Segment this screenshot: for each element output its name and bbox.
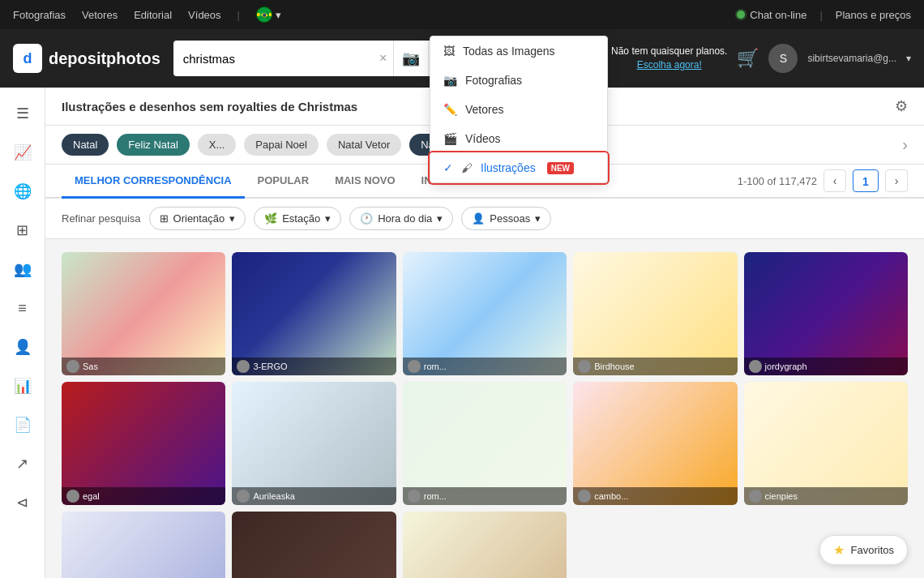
image-card[interactable]: rom... bbox=[403, 382, 567, 505]
tag-x[interactable]: X... bbox=[198, 134, 237, 156]
sidebar: ☰ 📈 🌐 ⊞ 👥 ≡ 👤 📊 📄 ↗ ⊲ bbox=[0, 88, 45, 578]
chevron-down-icon: ▾ bbox=[437, 212, 443, 225]
filter-hora[interactable]: 🕐 Hora do dia ▾ bbox=[349, 207, 453, 230]
image-author-label: rom... bbox=[403, 487, 567, 505]
no-plans-message: Não tem quaisquer planos. Escolha agora! bbox=[611, 45, 727, 72]
image-card[interactable]: cienpies bbox=[744, 382, 908, 505]
sidebar-item-crop[interactable]: ⊞ bbox=[6, 214, 39, 246]
filter-estacao[interactable]: 🌿 Estação ▾ bbox=[254, 207, 341, 230]
filter-pessoas[interactable]: 👤 Pessoas ▾ bbox=[461, 207, 551, 230]
author-name: cambo... bbox=[594, 491, 628, 501]
author-name: rom... bbox=[424, 491, 447, 501]
check-icon: ✓ bbox=[443, 161, 453, 174]
camera-search-icon[interactable]: 📷 bbox=[393, 41, 428, 76]
tab-melhor-correspondencia[interactable]: MELHOR CORRESPONDÊNCIA bbox=[62, 165, 245, 199]
nav-fotografias[interactable]: Fotografias bbox=[13, 9, 66, 21]
nav-videos[interactable]: Vídeos bbox=[188, 9, 220, 21]
pessoas-label: Pessoas bbox=[490, 212, 530, 225]
no-plans-line2[interactable]: Escolha agora! bbox=[611, 58, 727, 72]
image-card[interactable]: 3-ERGO bbox=[232, 252, 396, 375]
image-card[interactable]: Birdhouse bbox=[573, 252, 737, 375]
tag-natal-vetor[interactable]: Natal Vetor bbox=[327, 134, 401, 156]
star-icon: ★ bbox=[833, 542, 845, 558]
chevron-down-icon: ▾ bbox=[535, 212, 541, 225]
search-type-menu: 🖼 Todas as Imagens 📷 Fotografias ✏️ Veto… bbox=[430, 36, 608, 183]
image-placeholder bbox=[403, 512, 567, 578]
vetores-label: Vetores bbox=[465, 103, 503, 116]
nav-editorial[interactable]: Editorial bbox=[134, 9, 172, 21]
author-avatar bbox=[749, 360, 762, 373]
image-card[interactable] bbox=[232, 512, 396, 578]
user-email: sibirtsevamaria@g... bbox=[807, 53, 896, 64]
prev-page-button[interactable]: ‹ bbox=[823, 169, 846, 192]
tags-next-icon[interactable]: › bbox=[902, 135, 908, 154]
next-page-button[interactable]: › bbox=[885, 169, 908, 192]
image-card[interactable]: egal bbox=[62, 382, 225, 505]
dropdown-todas[interactable]: 🖼 Todas as Imagens bbox=[430, 36, 607, 66]
image-card[interactable]: rom... bbox=[403, 252, 567, 375]
videos-icon: 🎬 bbox=[443, 132, 457, 145]
author-name: Sas bbox=[83, 362, 98, 371]
results-count: 1-100 of 117,472 ‹ 1 › bbox=[738, 169, 908, 192]
image-card[interactable]: Aurileaska bbox=[232, 382, 396, 505]
dropdown-vetores[interactable]: ✏️ Vetores bbox=[430, 95, 607, 124]
image-placeholder bbox=[62, 512, 225, 578]
dropdown-videos[interactable]: 🎬 Vídeos bbox=[430, 124, 607, 153]
clear-search-button[interactable]: × bbox=[373, 51, 393, 66]
chat-online-btn[interactable]: Chat on-line bbox=[737, 9, 806, 21]
plans-link[interactable]: Planos e preços bbox=[836, 9, 911, 21]
filter-orientacao[interactable]: ⊞ Orientação ▾ bbox=[149, 207, 246, 230]
user-menu-chevron[interactable]: ▾ bbox=[906, 53, 911, 64]
favorites-button[interactable]: ★ Favoritos bbox=[819, 535, 908, 565]
sidebar-item-user[interactable]: 👤 bbox=[6, 331, 39, 363]
sidebar-item-bookmark[interactable]: ⊲ bbox=[6, 486, 39, 519]
todas-icon: 🖼 bbox=[443, 45, 455, 58]
sidebar-item-globe[interactable]: 🌐 bbox=[6, 175, 39, 208]
tag-papai-noel[interactable]: Papai Noel bbox=[244, 134, 319, 156]
image-card[interactable] bbox=[403, 512, 567, 578]
flag-selector[interactable]: 🇧🇷 ▾ bbox=[256, 6, 281, 23]
author-avatar bbox=[578, 490, 591, 503]
sidebar-item-share[interactable]: ↗ bbox=[6, 447, 39, 480]
sidebar-item-menu[interactable]: ☰ bbox=[6, 97, 39, 130]
chat-label: Chat on-line bbox=[750, 9, 806, 21]
search-input[interactable] bbox=[173, 41, 373, 76]
nav-vetores[interactable]: Vetores bbox=[82, 9, 118, 21]
sidebar-item-doc[interactable]: 📄 bbox=[6, 409, 39, 441]
image-card[interactable]: cambo... bbox=[573, 382, 737, 505]
sidebar-item-analytics[interactable]: 📈 bbox=[6, 136, 39, 169]
image-card[interactable]: Dazdraperma bbox=[62, 512, 225, 578]
dropdown-fotografias[interactable]: 📷 Fotografias bbox=[430, 66, 607, 95]
brazil-flag-icon: 🇧🇷 bbox=[256, 6, 272, 23]
sidebar-item-chart[interactable]: 📊 bbox=[6, 370, 39, 402]
image-card[interactable]: jordygraph bbox=[744, 252, 908, 375]
tag-feliz-natal[interactable]: Feliz Natal bbox=[117, 134, 189, 156]
image-card[interactable]: Sas bbox=[62, 252, 225, 375]
author-avatar bbox=[66, 360, 79, 373]
tab-mais-novo[interactable]: MAIS NOVO bbox=[322, 165, 408, 199]
cart-icon[interactable]: 🛒 bbox=[737, 48, 759, 69]
favorites-label: Favoritos bbox=[851, 544, 894, 556]
page-number: 1 bbox=[853, 169, 879, 192]
sidebar-item-list[interactable]: ≡ bbox=[6, 292, 39, 324]
settings-icon[interactable]: ⚙ bbox=[895, 97, 908, 115]
dropdown-ilustracoes[interactable]: ✓ 🖌 Ilustrações NEW bbox=[430, 153, 607, 182]
header: d depositphotos × 📷 🖌 Ilustrações ▾ 🖼 To… bbox=[0, 29, 924, 88]
tag-natal[interactable]: Natal bbox=[62, 134, 109, 156]
estacao-icon: 🌿 bbox=[264, 212, 277, 225]
tab-popular[interactable]: POPULAR bbox=[245, 165, 323, 199]
orientacao-icon: ⊞ bbox=[160, 212, 169, 225]
new-badge: NEW bbox=[547, 162, 574, 174]
image-author-label: cambo... bbox=[573, 487, 737, 505]
choose-plan-link[interactable]: Escolha agora! bbox=[637, 59, 702, 71]
chevron-down-icon: ▾ bbox=[276, 9, 281, 21]
user-avatar[interactable]: S bbox=[768, 44, 798, 73]
pessoas-icon: 👤 bbox=[472, 212, 485, 225]
sidebar-item-people[interactable]: 👥 bbox=[6, 253, 39, 285]
search-bar: × 📷 🖌 Ilustrações ▾ 🖼 Todas as Imagens 📷… bbox=[173, 41, 533, 76]
logo[interactable]: d depositphotos bbox=[13, 44, 160, 73]
hora-icon: 🕐 bbox=[360, 212, 373, 225]
image-author-label: Sas bbox=[62, 358, 225, 375]
chevron-down-icon: ▾ bbox=[325, 212, 331, 225]
logo-text: depositphotos bbox=[49, 49, 160, 68]
